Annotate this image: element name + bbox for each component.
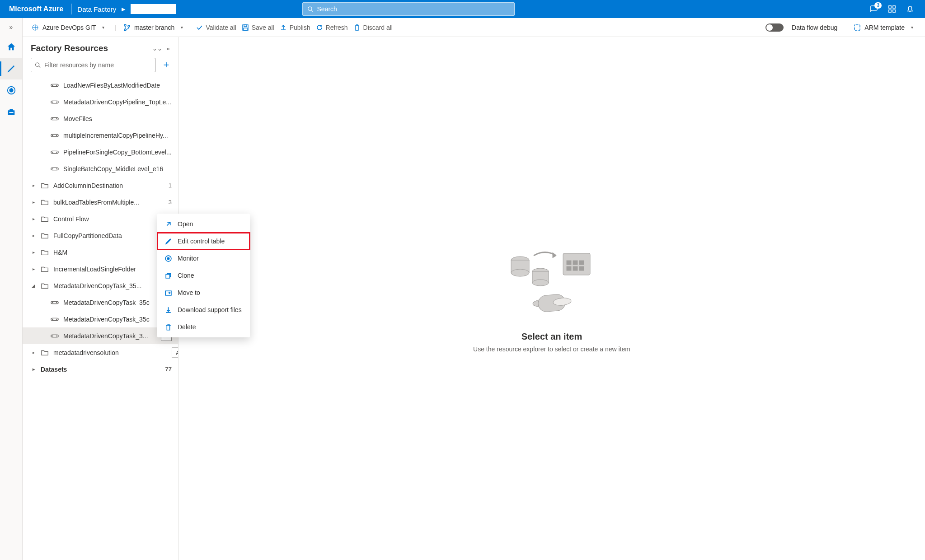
svg-rect-59 <box>573 266 578 271</box>
pipeline-icon <box>51 299 59 307</box>
filter-input-wrapper[interactable] <box>31 58 155 72</box>
feedback-icon[interactable]: 3 <box>870 5 878 13</box>
svg-rect-55 <box>567 261 571 265</box>
tree-pipeline-child[interactable]: MetadataDrivenCopyTask_35c <box>23 294 178 311</box>
trash-icon <box>164 323 172 331</box>
expand-toggle-icon[interactable]: ▸ <box>31 367 36 372</box>
expand-toggle-icon[interactable]: ▸ <box>31 200 36 205</box>
expand-toggle-icon[interactable]: ▸ <box>31 233 36 238</box>
filter-input[interactable] <box>44 61 151 69</box>
tree-item-label: Control Flow <box>53 215 172 223</box>
pipeline-icon <box>51 165 59 173</box>
toggle-off-icon[interactable] <box>765 23 784 32</box>
breadcrumb[interactable]: Data Factory ▶ <box>75 4 176 14</box>
folder-icon <box>41 265 49 273</box>
menu-download-support[interactable]: Download support files <box>157 301 250 318</box>
git-repo-label: Azure DevOps GIT <box>42 24 96 31</box>
collapse-all-icon[interactable]: ⌄⌄ <box>152 45 162 52</box>
tree-folder[interactable]: ▸bulkLoadTablesFromMultiple...3 <box>23 194 178 210</box>
tree-pipeline-child[interactable]: MetadataDrivenCopyTask_35c <box>23 311 178 327</box>
factory-resources-panel: Factory Resources ⌄⌄ « + LoadNewFilesByL… <box>23 37 178 560</box>
tree-folder[interactable]: ▸FullCopyPartitionedData <box>23 227 178 244</box>
tree-folder[interactable]: ▸IncrementalLoadSingleFolder <box>23 261 178 277</box>
nav-manage[interactable] <box>0 101 22 123</box>
breadcrumb-factory-name <box>131 4 176 14</box>
expand-toggle-icon[interactable]: ▸ <box>31 250 36 255</box>
save-icon <box>242 24 249 31</box>
tree-folder[interactable]: ▸Control Flow <box>23 210 178 227</box>
nav-home[interactable] <box>0 36 22 58</box>
tree-pipeline[interactable]: MetadataDrivenCopyPipeline_TopLe... <box>23 93 178 110</box>
discard-all-button[interactable]: Discard all <box>353 24 393 31</box>
svg-rect-10 <box>9 112 13 113</box>
save-all-button[interactable]: Save all <box>242 24 274 31</box>
collapse-panel-icon[interactable]: « <box>167 45 170 52</box>
branch-selector[interactable]: master branch ▾ <box>123 24 186 31</box>
svg-rect-60 <box>579 266 584 271</box>
menu-open[interactable]: Open <box>157 215 250 233</box>
search-input[interactable] <box>317 5 510 13</box>
svg-point-34 <box>52 151 53 153</box>
svg-rect-57 <box>579 261 584 265</box>
monitor-icon <box>164 255 172 262</box>
menu-clone[interactable]: Clone <box>157 267 250 284</box>
expand-toggle-icon[interactable]: ▸ <box>31 350 36 355</box>
validate-all-button[interactable]: Validate all <box>196 24 236 31</box>
add-resource-button[interactable]: + <box>161 60 172 70</box>
tree-pipeline[interactable]: MoveFiles <box>23 110 178 127</box>
move-icon <box>164 289 172 297</box>
pipeline-icon <box>51 148 59 156</box>
dataflow-debug-toggle[interactable]: Data flow debug <box>765 23 837 32</box>
tree-item-label: AddColumninDestination <box>53 182 161 189</box>
svg-point-47 <box>56 335 57 336</box>
search-icon <box>35 62 41 68</box>
tree-folder[interactable]: ▸AddColumninDestination1 <box>23 177 178 194</box>
switch-studio-icon[interactable] <box>888 5 896 13</box>
pipeline-context-menu[interactable]: Open Edit control table Monitor Clone Mo… <box>157 214 250 337</box>
edit-icon <box>164 238 172 245</box>
svg-line-1 <box>311 10 313 11</box>
svg-point-37 <box>52 168 53 169</box>
canvas-placeholder: Select an item Use the resource explorer… <box>178 37 925 560</box>
nav-monitor[interactable] <box>0 79 22 101</box>
folder-icon <box>41 215 49 223</box>
svg-point-35 <box>56 151 57 153</box>
expand-toggle-icon[interactable]: ▸ <box>31 216 36 221</box>
expand-toggle-icon[interactable]: ▸ <box>31 183 36 188</box>
tree-pipeline[interactable]: LoadNewFilesByLastModifiedDate <box>23 77 178 93</box>
tree-folder[interactable]: ▸H&M <box>23 244 178 261</box>
svg-rect-9 <box>9 109 13 111</box>
tree-folder-open[interactable]: ◢MetadataDrivenCopyTask_35... <box>23 277 178 294</box>
menu-move-to[interactable]: Move to <box>157 284 250 301</box>
git-repo-selector[interactable]: Azure DevOps GIT ▾ <box>32 24 107 31</box>
tree-item-label: MetadataDrivenCopyTask_3... <box>63 332 156 340</box>
publish-button[interactable]: Publish <box>280 24 310 31</box>
tree-item-label: MetadataDrivenCopyTask_35c <box>63 299 172 306</box>
notifications-icon[interactable] <box>906 5 914 13</box>
svg-point-31 <box>52 135 53 136</box>
tree-pipeline[interactable]: PipelineForSingleCopy_BottomLevel... <box>23 144 178 160</box>
svg-line-20 <box>39 66 40 67</box>
expand-toggle-icon[interactable]: ▸ <box>31 266 36 271</box>
svg-marker-61 <box>553 252 556 258</box>
pipeline-icon <box>51 115 59 123</box>
tree-folder[interactable]: ▸metadatadrivensolutionActions <box>23 344 178 361</box>
check-icon <box>196 24 203 31</box>
svg-rect-58 <box>567 266 571 271</box>
tree-pipeline[interactable]: SingleBatchCopy_MiddleLevel_e16 <box>23 160 178 177</box>
refresh-button[interactable]: Refresh <box>316 24 348 31</box>
git-icon <box>32 24 39 31</box>
expand-toggle-icon[interactable]: ◢ <box>31 283 36 288</box>
resource-tree[interactable]: LoadNewFilesByLastModifiedDateMetadataDr… <box>23 77 178 560</box>
tree-section-datasets[interactable]: ▸Datasets77 <box>23 361 178 378</box>
menu-delete[interactable]: Delete <box>157 318 250 336</box>
global-search[interactable] <box>302 2 515 16</box>
tree-pipeline-child[interactable]: MetadataDrivenCopyTask_3...··· <box>23 327 178 344</box>
nav-author[interactable] <box>0 58 22 79</box>
menu-edit-control-table[interactable]: Edit control table <box>157 233 250 250</box>
arm-template-menu[interactable]: ARM template ▾ <box>854 24 916 31</box>
tree-pipeline[interactable]: multipleIncrementalCopyPipelineHy... <box>23 127 178 144</box>
svg-rect-4 <box>889 10 891 12</box>
menu-monitor[interactable]: Monitor <box>157 250 250 267</box>
rail-expand-button[interactable]: » <box>0 18 22 36</box>
